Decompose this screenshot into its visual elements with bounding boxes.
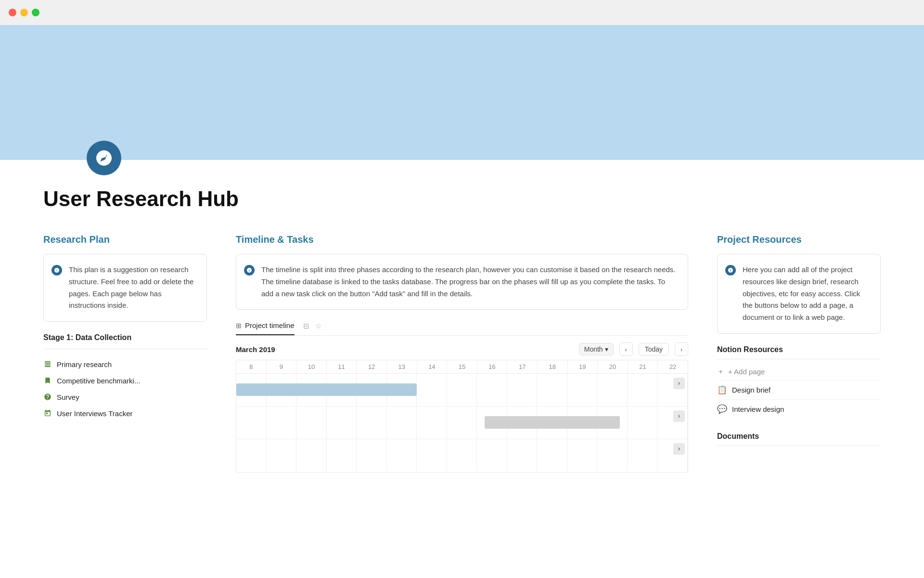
resources-heading: Project Resources: [717, 234, 881, 245]
plus-icon: ＋: [717, 367, 724, 376]
cell-3-2: [267, 439, 297, 472]
prev-button[interactable]: ‹: [619, 342, 633, 356]
plan-item-interviews[interactable]: User Interviews Tracker: [43, 405, 207, 421]
day-15: 15: [447, 360, 477, 373]
bar-nav-1[interactable]: [673, 378, 685, 389]
day-10: 10: [296, 360, 327, 373]
resource-item-design-brief[interactable]: 📋 Design brief: [717, 380, 881, 399]
timeline-info-card: The timeline is split into three phases …: [236, 254, 688, 310]
day-8: 8: [236, 360, 267, 373]
arrow-right-icon-3: [676, 446, 682, 452]
cell-1-8: [447, 374, 477, 406]
stage-divider: [43, 349, 207, 349]
cell-2-8: [447, 407, 477, 439]
cell-3-10: [507, 439, 538, 472]
star-icon[interactable]: ☆: [315, 322, 321, 330]
close-button[interactable]: [9, 9, 16, 16]
timeline-tabs: ⊞ Project timeline ⊟ ☆: [236, 321, 688, 336]
resources-info-icon: [725, 265, 736, 276]
cell-1-9: [477, 374, 507, 406]
cell-2-14: [628, 407, 658, 439]
cell-2-4: [327, 407, 357, 439]
day-13: 13: [387, 360, 417, 373]
day-22: 22: [658, 360, 688, 373]
cell-2-7: [417, 407, 447, 439]
table-icon: [43, 360, 52, 368]
cell-2-1: [236, 407, 267, 439]
day-16: 16: [477, 360, 508, 373]
day-18: 18: [538, 360, 568, 373]
day-14: 14: [417, 360, 448, 373]
research-plan-heading: Research Plan: [43, 234, 207, 245]
info-icon: [51, 265, 62, 276]
chevron-down-icon: ▾: [605, 345, 608, 353]
design-brief-icon: 📋: [717, 385, 727, 395]
timeline-info-icon: [244, 265, 255, 276]
cal-row-2: [236, 407, 688, 439]
today-button[interactable]: Today: [639, 343, 669, 355]
project-timeline-tab[interactable]: ⊞ Project timeline: [236, 321, 295, 335]
notion-divider: [717, 359, 881, 359]
timeline-tab-icon: ⊞: [236, 322, 242, 329]
columns-layout: Research Plan This plan is a suggestion …: [43, 234, 881, 473]
next-button[interactable]: ›: [675, 342, 688, 356]
survey-label: Survey: [57, 393, 79, 401]
timeline-bar-gray-1[interactable]: [485, 416, 620, 429]
bar-nav-2[interactable]: [673, 410, 685, 422]
cell-3-9: [477, 439, 507, 472]
documents-label: Documents: [717, 432, 881, 441]
timeline-bar-blue-1[interactable]: [236, 383, 417, 396]
cell-3-13: [597, 439, 628, 472]
design-brief-label: Design brief: [732, 386, 770, 394]
resource-item-interview-design[interactable]: 💬 Interview design: [717, 399, 881, 419]
cell-1-14: [628, 374, 658, 406]
interviews-label: User Interviews Tracker: [57, 409, 133, 418]
calendar-days-header: 8 9 10 11 12 13 14 15 16 17 18 19 20 21 …: [236, 360, 688, 374]
calendar-grid: 8 9 10 11 12 13 14 15 16 17 18 19 20 21 …: [236, 360, 688, 473]
research-plan-column: Research Plan This plan is a suggestion …: [43, 234, 207, 473]
timeline-column: Timeline & Tasks The timeline is split i…: [236, 234, 688, 473]
cell-3-11: [537, 439, 567, 472]
month-label: Month: [584, 345, 603, 353]
plan-item-primary-research[interactable]: Primary research: [43, 356, 207, 372]
primary-research-label: Primary research: [57, 360, 112, 368]
cell-3-6: [387, 439, 417, 472]
grid-icon[interactable]: ⊟: [303, 322, 309, 330]
hero-banner: [0, 25, 924, 160]
svg-rect-0: [45, 361, 51, 362]
page-icon-wrap: [87, 141, 881, 175]
interview-design-label: Interview design: [732, 405, 784, 413]
add-page-button[interactable]: ＋ + Add page: [717, 363, 881, 380]
day-20: 20: [598, 360, 628, 373]
day-17: 17: [507, 360, 538, 373]
cell-2-5: [357, 407, 387, 439]
cell-3-4: [327, 439, 357, 472]
maximize-button[interactable]: [32, 9, 39, 16]
cell-1-11: [537, 374, 567, 406]
resources-info-card: Here you can add all of the project reso…: [717, 254, 881, 334]
cell-1-10: [507, 374, 538, 406]
cell-3-12: [567, 439, 598, 472]
cell-3-7: [417, 439, 447, 472]
bar-nav-3[interactable]: [673, 443, 685, 455]
calendar-icon: [43, 409, 52, 418]
stage-label: Stage 1: Data Collection: [43, 333, 207, 342]
plan-item-competitive[interactable]: Competitive benchmarki...: [43, 372, 207, 389]
timeline-controls: Month ▾ ‹ Today ›: [579, 342, 688, 356]
cell-3-14: [628, 439, 658, 472]
cell-3-1: [236, 439, 267, 472]
cell-2-2: [267, 407, 297, 439]
question-icon: [43, 393, 52, 401]
month-view-button[interactable]: Month ▾: [579, 343, 614, 355]
tab-extras: ⊟ ☆: [303, 322, 321, 335]
documents-divider: [717, 446, 881, 446]
project-timeline-tab-label: Project timeline: [245, 321, 295, 329]
plan-item-survey[interactable]: Survey: [43, 389, 207, 405]
svg-rect-3: [45, 366, 51, 367]
day-11: 11: [327, 360, 357, 373]
timeline-info-text: The timeline is split into three phases …: [261, 264, 678, 300]
competitive-label: Competitive benchmarki...: [57, 377, 140, 385]
minimize-button[interactable]: [20, 9, 28, 16]
notion-resources-label: Notion Resources: [717, 345, 881, 354]
cell-1-13: [597, 374, 628, 406]
